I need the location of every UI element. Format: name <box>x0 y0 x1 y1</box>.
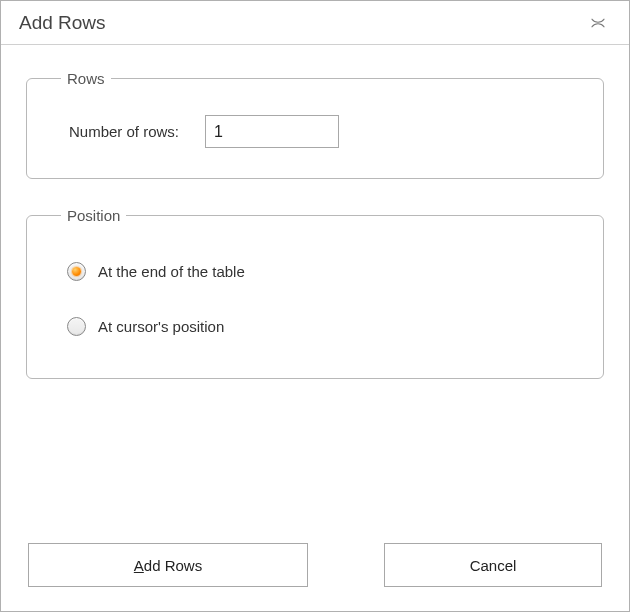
number-of-rows-label: Number of rows: <box>69 123 179 140</box>
titlebar: Add Rows <box>1 1 629 45</box>
position-legend: Position <box>61 207 126 224</box>
radio-cursor-label: At cursor's position <box>98 318 224 335</box>
add-rows-mnemonic: A <box>134 557 144 574</box>
cancel-button[interactable]: Cancel <box>384 543 602 587</box>
rows-legend: Rows <box>61 70 111 87</box>
close-icon[interactable] <box>585 13 611 33</box>
position-group: Position At the end of the table At curs… <box>26 207 604 379</box>
number-of-rows-row: Number of rows: <box>57 115 573 148</box>
button-row: Add Rows Cancel <box>26 543 604 591</box>
number-of-rows-input[interactable] <box>205 115 339 148</box>
radio-end-label: At the end of the table <box>98 263 245 280</box>
rows-group: Rows Number of rows: <box>26 70 604 179</box>
radio-icon <box>67 317 86 336</box>
add-rows-button[interactable]: Add Rows <box>28 543 308 587</box>
dialog-content: Rows Number of rows: Position At the end… <box>1 45 629 611</box>
add-rows-dialog: Add Rows Rows Number of rows: Position A… <box>0 0 630 612</box>
radio-icon <box>67 262 86 281</box>
radio-cursor-position[interactable]: At cursor's position <box>57 309 573 344</box>
radio-end-of-table[interactable]: At the end of the table <box>57 254 573 289</box>
dialog-title: Add Rows <box>19 12 585 34</box>
add-rows-rest: dd Rows <box>144 557 202 574</box>
